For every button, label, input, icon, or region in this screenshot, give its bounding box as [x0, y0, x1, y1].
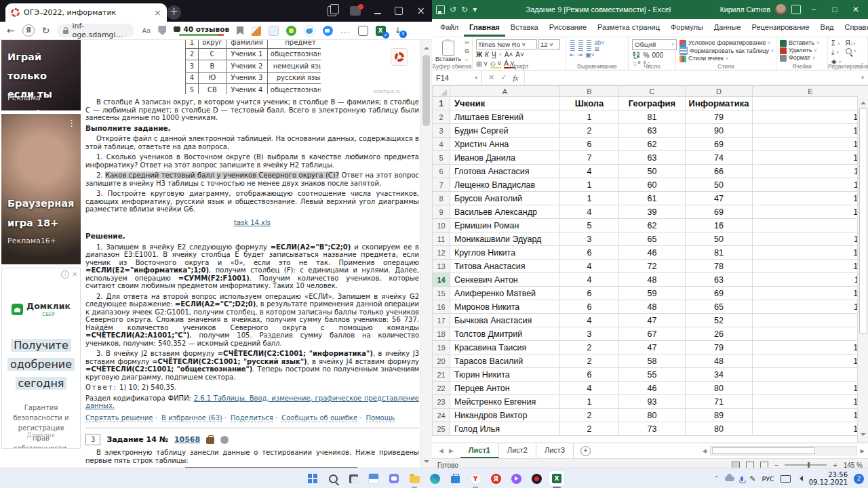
- confirm-entry-icon[interactable]: ✓: [500, 73, 507, 82]
- sheet-prev-icon[interactable]: ◀: [439, 447, 443, 454]
- cell[interactable]: 74: [686, 151, 753, 165]
- clock[interactable]: 23:5609.12.2021: [809, 471, 848, 486]
- excel-maximize-button[interactable]: □: [827, 5, 843, 14]
- cell[interactable]: 164: [753, 395, 868, 409]
- cell[interactable]: Васильев Александр: [450, 205, 560, 219]
- widgets-button[interactable]: [366, 471, 381, 486]
- cell[interactable]: Бычкова Анастасия: [450, 314, 560, 327]
- column-header-e[interactable]: E: [753, 86, 868, 97]
- align-center-button[interactable]: ☰: [578, 47, 583, 52]
- cell[interactable]: [753, 97, 868, 110]
- find-select-button[interactable]: ˅: [846, 48, 856, 54]
- column-header-c[interactable]: C: [619, 86, 686, 97]
- downloads-icon[interactable]: ↓: [393, 26, 403, 35]
- font-name-select[interactable]: Times New Ro ˅: [476, 39, 537, 49]
- task-view-button[interactable]: [346, 471, 361, 486]
- briefcase-icon[interactable]: [206, 437, 214, 444]
- cell[interactable]: 34: [686, 368, 753, 382]
- browser-close-button[interactable]: ×: [416, 5, 425, 17]
- language-indicator[interactable]: РУС: [762, 475, 774, 483]
- orientation-button[interactable]: ab˅: [594, 41, 604, 45]
- cell[interactable]: 126: [753, 341, 868, 354]
- cell[interactable]: 1: [560, 110, 619, 124]
- row-header-9[interactable]: 9: [433, 205, 450, 219]
- cell[interactable]: 65: [686, 300, 753, 314]
- row-header-17[interactable]: 17: [433, 314, 450, 327]
- cell[interactable]: 115: [753, 232, 868, 246]
- row-header-25[interactable]: 25: [433, 422, 450, 436]
- row-header-20[interactable]: 20: [433, 354, 450, 368]
- quick-access-menu-icon[interactable]: ▾: [473, 5, 477, 14]
- scroll-right-icon[interactable]: ▶: [859, 448, 867, 454]
- cell[interactable]: 81: [686, 246, 753, 260]
- tab-home[interactable]: Главная: [464, 19, 505, 37]
- row-header-1[interactable]: 1: [433, 97, 450, 110]
- cell[interactable]: Брусов Анатолий: [450, 192, 560, 205]
- cell[interactable]: 93: [619, 395, 686, 409]
- cell[interactable]: 127: [753, 246, 868, 260]
- cell[interactable]: 55: [619, 368, 686, 382]
- tab-file[interactable]: Файл: [435, 19, 464, 37]
- back-button[interactable]: ←: [7, 26, 15, 35]
- extension-proxy-icon[interactable]: [286, 26, 296, 36]
- excel-close-button[interactable]: ✕: [848, 5, 864, 14]
- report-error-link[interactable]: Сообщить об ошибке: [281, 414, 357, 422]
- edge-button[interactable]: [427, 471, 442, 486]
- taskbar-search-button[interactable]: [326, 471, 340, 486]
- file-explorer-button[interactable]: [407, 471, 422, 486]
- cell[interactable]: 110: [753, 178, 868, 192]
- cell[interactable]: Будин Сергей: [450, 124, 560, 138]
- cell[interactable]: 63: [619, 151, 686, 165]
- cell[interactable]: 153: [753, 422, 868, 436]
- insert-function-icon[interactable]: fx: [513, 74, 518, 82]
- cell[interactable]: 90: [686, 124, 753, 138]
- scroll-thumb[interactable]: [422, 55, 430, 126]
- cell[interactable]: 52: [686, 314, 753, 327]
- browser-tab[interactable]: ОГЭ–2022, информатик ×: [5, 3, 167, 22]
- new-sheet-button[interactable]: +: [580, 446, 591, 456]
- alice-button[interactable]: [509, 471, 524, 486]
- cell[interactable]: 73: [619, 422, 686, 436]
- cell[interactable]: 66: [686, 165, 753, 178]
- row-header-16[interactable]: 16: [433, 300, 450, 314]
- italic-button[interactable]: К: [485, 51, 489, 58]
- cell[interactable]: 1: [560, 178, 619, 192]
- row-header-3[interactable]: 3: [433, 124, 450, 138]
- cell[interactable]: Информатика: [686, 97, 753, 110]
- merge-center-button[interactable]: ▣˅: [585, 53, 595, 58]
- cell[interactable]: 1: [560, 192, 619, 205]
- scroll-down-icon[interactable]: [424, 460, 429, 466]
- row-header-7[interactable]: 7: [433, 178, 450, 192]
- excel-taskbar-button[interactable]: X: [549, 471, 564, 486]
- cell[interactable]: 63: [686, 273, 753, 287]
- cell[interactable]: География: [619, 97, 686, 110]
- name-box[interactable]: F14▾: [432, 70, 482, 85]
- cell[interactable]: 169: [753, 409, 868, 422]
- align-top-button[interactable]: ☰: [570, 41, 575, 45]
- cell[interactable]: Алиференко Матвей: [450, 287, 560, 300]
- cell[interactable]: 79: [686, 110, 753, 124]
- cell[interactable]: 60: [619, 178, 686, 192]
- cell-styles-button[interactable]: Стили ячеек˅: [679, 55, 772, 62]
- cell[interactable]: 99: [753, 314, 868, 327]
- cell[interactable]: 58: [619, 354, 686, 368]
- cell[interactable]: 153: [753, 124, 868, 138]
- cell[interactable]: Лиштаев Евгений: [450, 110, 560, 124]
- help-link[interactable]: Помощь: [366, 414, 395, 422]
- zoom-slider[interactable]: [785, 464, 827, 466]
- cell[interactable]: 4: [560, 382, 619, 395]
- row-header-14[interactable]: 14: [433, 273, 450, 287]
- cell[interactable]: 126: [753, 382, 868, 395]
- scroll-up-icon[interactable]: [861, 99, 866, 104]
- align-bottom-button[interactable]: ☰: [586, 41, 591, 45]
- cell[interactable]: 4: [560, 165, 619, 178]
- cell[interactable]: Перцев Антон: [450, 382, 560, 395]
- excel-minimize-button[interactable]: –: [806, 5, 822, 14]
- favorites-link[interactable]: В избранное (63): [161, 414, 222, 422]
- scroll-left-icon[interactable]: ◀: [701, 448, 709, 454]
- cell[interactable]: 69: [686, 205, 753, 219]
- account-name[interactable]: Кирилл Ситнов: [720, 5, 770, 14]
- scroll-thumb[interactable]: [712, 447, 815, 454]
- format-as-table-button[interactable]: Форматировать как таблицу˅: [679, 47, 772, 55]
- site-reviews-widget[interactable]: 40 отзывов: [174, 25, 229, 36]
